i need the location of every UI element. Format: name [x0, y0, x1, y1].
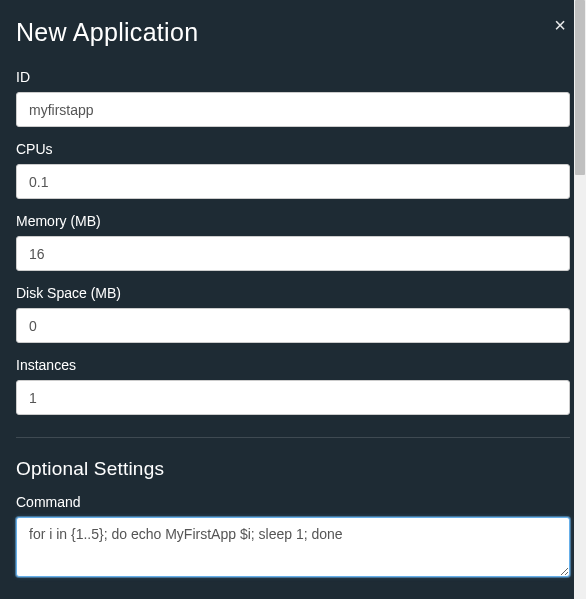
command-label: Command [16, 494, 570, 510]
disk-label: Disk Space (MB) [16, 285, 570, 301]
modal-title: New Application [16, 18, 198, 47]
modal-body: ID CPUs Memory (MB) Disk Space (MB) Inst… [0, 57, 586, 599]
scrollbar-track[interactable] [574, 0, 586, 599]
instances-label: Instances [16, 357, 570, 373]
command-form-group: Command for i in {1..5}; do echo MyFirst… [16, 494, 570, 581]
disk-form-group: Disk Space (MB) [16, 285, 570, 343]
memory-label: Memory (MB) [16, 213, 570, 229]
id-label: ID [16, 69, 570, 85]
instances-input[interactable] [16, 380, 570, 415]
cpus-input[interactable] [16, 164, 570, 199]
cpus-form-group: CPUs [16, 141, 570, 199]
disk-input[interactable] [16, 308, 570, 343]
cpus-label: CPUs [16, 141, 570, 157]
id-input[interactable] [16, 92, 570, 127]
section-separator [16, 437, 570, 438]
new-application-modal: New Application × ID CPUs Memory (MB) Di… [0, 0, 586, 599]
modal-header: New Application × [0, 0, 586, 57]
memory-input[interactable] [16, 236, 570, 271]
scrollbar-thumb[interactable] [575, 0, 585, 175]
id-form-group: ID [16, 69, 570, 127]
command-textarea[interactable]: for i in {1..5}; do echo MyFirstApp $i; … [16, 517, 570, 577]
close-button[interactable]: × [548, 13, 572, 37]
instances-form-group: Instances [16, 357, 570, 415]
close-icon: × [554, 14, 566, 36]
memory-form-group: Memory (MB) [16, 213, 570, 271]
optional-settings-title: Optional Settings [16, 458, 570, 480]
